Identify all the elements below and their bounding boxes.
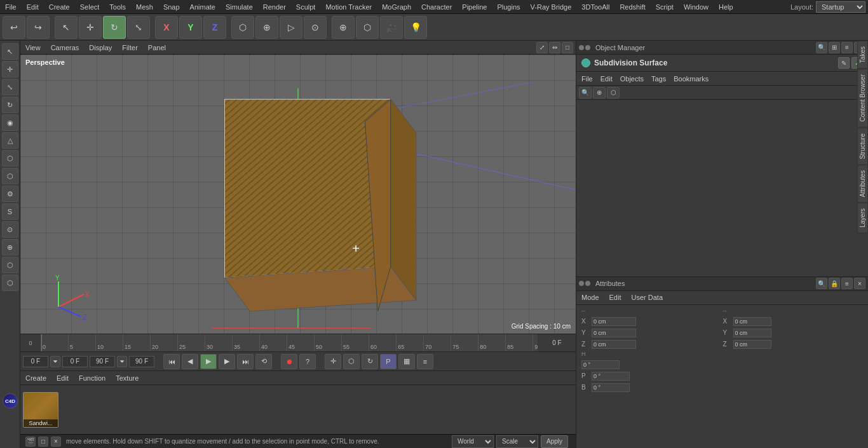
menu-tools[interactable]: Tools bbox=[104, 2, 131, 12]
obj-menu-objects[interactable]: Objects bbox=[618, 74, 646, 84]
mat-menu-edit[interactable]: Edit bbox=[54, 373, 71, 383]
menu-script[interactable]: Script bbox=[651, 2, 679, 12]
frame-start-input[interactable] bbox=[23, 356, 48, 367]
sidebar-scale[interactable]: ⤡ bbox=[2, 79, 18, 95]
menu-pipeline[interactable]: Pipeline bbox=[457, 2, 492, 12]
frame-end-input[interactable] bbox=[90, 356, 115, 367]
frame-start-arrows[interactable]: ⏷ bbox=[50, 356, 60, 367]
obj-filter-icon[interactable]: ⊞ bbox=[829, 42, 840, 53]
tab-content-browser[interactable]: Content Browser bbox=[857, 69, 868, 127]
record-button[interactable]: ⏺ bbox=[281, 354, 297, 369]
light-btn[interactable]: 💡 bbox=[404, 16, 427, 39]
attr-search-icon[interactable]: 🔍 bbox=[816, 278, 827, 289]
rotate-tool[interactable]: ↻ bbox=[103, 16, 126, 39]
step-back-button[interactable]: ◀ bbox=[182, 354, 198, 369]
vp-icon-maximize[interactable]: □ bbox=[562, 42, 573, 53]
poly-mode[interactable]: ⊙ bbox=[304, 16, 327, 39]
undo-button[interactable]: ↩ bbox=[3, 16, 25, 39]
z-pos-input[interactable] bbox=[592, 340, 636, 349]
apply-button[interactable]: Apply bbox=[541, 435, 568, 448]
timeline-ruler[interactable]: 0 5 10 15 20 25 30 35 40 45 50 55 60 65 … bbox=[41, 334, 538, 351]
menu-plugins[interactable]: Plugins bbox=[492, 2, 525, 12]
menu-window[interactable]: Window bbox=[679, 2, 714, 12]
attr-config-icon[interactable]: ≡ bbox=[841, 278, 853, 289]
menu-mesh[interactable]: Mesh bbox=[131, 2, 158, 12]
subdiv-edit-icon[interactable]: ✎ bbox=[838, 57, 850, 69]
sidebar-tool5[interactable]: ⚙ bbox=[2, 186, 18, 202]
sidebar-tool9[interactable]: ⬡ bbox=[2, 257, 18, 273]
edge-mode[interactable]: ▷ bbox=[280, 16, 302, 39]
camera-btn[interactable]: 🎥 bbox=[380, 16, 403, 39]
obj-config-icon[interactable]: ≡ bbox=[841, 42, 853, 53]
cursor-tool[interactable]: ↖ bbox=[55, 16, 78, 39]
sidebar-tool4[interactable]: ⬡ bbox=[2, 168, 18, 184]
status-icon-1[interactable]: 🎬 bbox=[25, 437, 36, 447]
menu-character[interactable]: Character bbox=[416, 2, 457, 12]
mat-menu-function[interactable]: Function bbox=[76, 373, 108, 383]
material-item[interactable]: Sandwi... bbox=[23, 392, 58, 428]
play-button[interactable]: ▶ bbox=[200, 354, 217, 369]
obj-tb-1[interactable]: 🔍 bbox=[579, 87, 592, 98]
tab-attributes[interactable]: Attributes bbox=[857, 165, 868, 203]
rot-x-input[interactable] bbox=[733, 317, 771, 326]
sidebar-move[interactable]: ✛ bbox=[2, 61, 18, 78]
tab-layers[interactable]: Layers bbox=[857, 203, 868, 233]
help-button[interactable]: ? bbox=[299, 354, 316, 369]
sidebar-tool7[interactable]: ⊙ bbox=[2, 221, 18, 238]
obj-menu-file[interactable]: File bbox=[579, 74, 595, 84]
obj-tb-3[interactable]: ⬡ bbox=[607, 87, 620, 98]
attr-menu-mode[interactable]: Mode bbox=[579, 292, 602, 302]
sidebar-tool10[interactable]: ⬡ bbox=[2, 275, 18, 291]
motion-btn5[interactable]: ▦ bbox=[398, 354, 415, 369]
x-axis[interactable]: X bbox=[155, 16, 178, 39]
move-tool[interactable]: ✛ bbox=[79, 16, 102, 39]
world-dropdown[interactable]: World bbox=[452, 435, 494, 448]
object-mode[interactable]: ⬡ bbox=[231, 16, 254, 39]
obj-menu-edit[interactable]: Edit bbox=[598, 74, 615, 84]
menu-animate[interactable]: Animate bbox=[185, 2, 220, 12]
menu-select[interactable]: Select bbox=[75, 2, 105, 12]
subdiv-surface-row[interactable]: Subdivision Surface ✎ ✓ bbox=[576, 55, 868, 72]
scale-tool[interactable]: ⤡ bbox=[127, 16, 150, 39]
record-btn[interactable]: ⊕ bbox=[332, 16, 355, 39]
frame-end2-input[interactable] bbox=[129, 356, 154, 367]
step-forward-button[interactable]: ▶ bbox=[219, 354, 235, 369]
goto-end-button[interactable]: ⏭ bbox=[237, 354, 254, 369]
y-axis[interactable]: Y bbox=[179, 16, 202, 39]
motion-btn1[interactable]: ✛ bbox=[325, 354, 341, 369]
vp-menu-display[interactable]: Display bbox=[86, 43, 114, 53]
tab-structure[interactable]: Structure bbox=[857, 128, 868, 165]
menu-render[interactable]: Render bbox=[258, 2, 291, 12]
sidebar-tool2[interactable]: △ bbox=[2, 132, 18, 149]
scale-dropdown[interactable]: Scale bbox=[496, 435, 538, 448]
motion-btn4[interactable]: P bbox=[380, 354, 397, 369]
vp-icon-arrows[interactable]: ⇔ bbox=[549, 42, 560, 53]
vp-menu-panel[interactable]: Panel bbox=[146, 43, 168, 53]
menu-help[interactable]: Help bbox=[714, 2, 738, 12]
sidebar-tool6[interactable]: S bbox=[2, 203, 18, 220]
frame-current-input[interactable] bbox=[62, 356, 88, 367]
redo-button[interactable]: ↪ bbox=[27, 16, 50, 39]
menu-sculpt[interactable]: Sculpt bbox=[291, 2, 321, 12]
vp-menu-cameras[interactable]: Cameras bbox=[48, 43, 82, 53]
attr-menu-userdata[interactable]: User Data bbox=[629, 292, 666, 302]
layout-dropdown[interactable]: Startup bbox=[816, 1, 865, 13]
menu-mograph[interactable]: MoGraph bbox=[377, 2, 416, 12]
vp-icon-expand[interactable]: ⤢ bbox=[536, 42, 548, 53]
attr-lock-icon[interactable]: 🔒 bbox=[829, 278, 840, 289]
rot-y-input[interactable] bbox=[733, 329, 771, 337]
x-pos-input[interactable] bbox=[592, 317, 636, 326]
mat-menu-texture[interactable]: Texture bbox=[113, 373, 141, 383]
sidebar-select[interactable]: ↖ bbox=[2, 43, 18, 60]
y-pos-input[interactable] bbox=[592, 329, 636, 337]
timeline[interactable]: 0 0 5 10 15 20 25 30 35 40 45 50 55 60 bbox=[20, 334, 576, 351]
sidebar-tool1[interactable]: ◉ bbox=[2, 114, 18, 131]
h-input[interactable] bbox=[581, 360, 620, 369]
goto-start-button[interactable]: ⏮ bbox=[163, 354, 180, 369]
vp-menu-filter[interactable]: Filter bbox=[119, 43, 140, 53]
tab-takes[interactable]: Takes bbox=[857, 41, 868, 69]
obj-menu-bookmarks[interactable]: Bookmarks bbox=[671, 74, 711, 84]
sidebar-rotate[interactable]: ↻ bbox=[2, 97, 18, 113]
status-icon-2[interactable]: □ bbox=[38, 437, 48, 447]
motion-btn3[interactable]: ↻ bbox=[362, 354, 378, 369]
